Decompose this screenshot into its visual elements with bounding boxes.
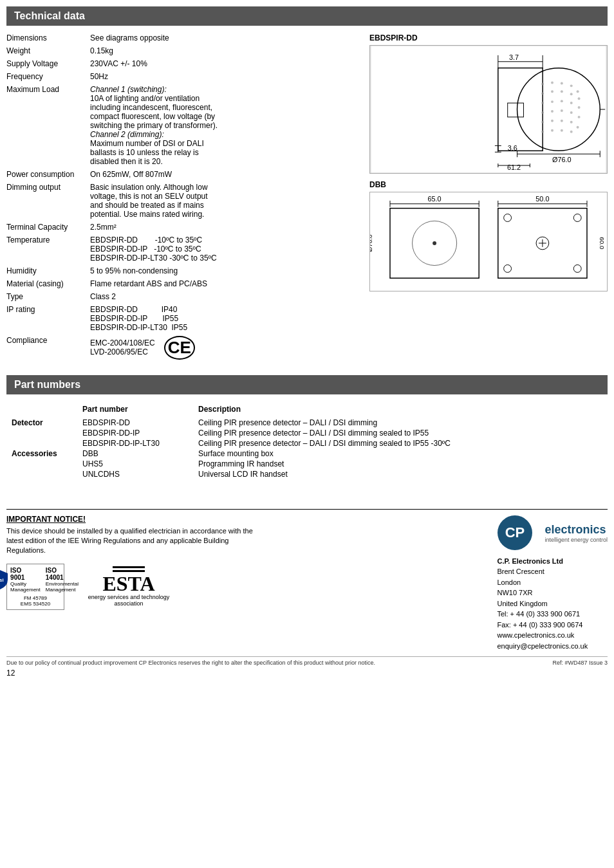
cp-logo-text: electronics	[544, 523, 606, 536]
footer-right: CP electronics intelligent energy contro…	[497, 515, 608, 652]
weight-label: Weight	[6, 46, 90, 55]
svg-point-31	[577, 126, 579, 129]
svg-text:3.6: 3.6	[508, 144, 517, 152]
svg-point-25	[570, 111, 573, 114]
cp-logo-brand: electronics intelligent energy control	[544, 523, 608, 543]
part-numbers-table: Part number Description Detector EBDSPIR…	[6, 403, 608, 479]
pn-col1-header	[6, 403, 77, 418]
temperature-row: Temperature EBDSPIR-DD -10ºC to 35ºC EBD…	[6, 235, 363, 263]
accessories-row-2: UHS5 Programming IR handset	[6, 459, 608, 469]
dimming-output-value: Basic insulation only. Although low volt…	[90, 183, 363, 219]
svg-rect-50	[371, 192, 606, 291]
humidity-row: Humidity 5 to 95% non-condensing	[6, 266, 363, 275]
svg-text:Ø76.0: Ø76.0	[552, 156, 572, 163]
svg-text:61.2: 61.2	[507, 163, 521, 171]
desc-ebdspir-dd-ip: Ceiling PIR presence detector – DALI / D…	[193, 428, 608, 438]
compliance-value: EMC-2004/108/ECLVD-2006/95/EC CE	[90, 336, 363, 360]
svg-text:65.0: 65.0	[428, 195, 442, 203]
diagram-dbb: 65.0 50.0 Ø76.0	[369, 192, 608, 291]
svg-point-34	[561, 129, 563, 132]
cp-company: C.P. Electronics Ltd	[497, 556, 608, 567]
cp-web: www.cpelectronics.co.uk	[497, 630, 608, 641]
weight-row: Weight 0.15kg	[6, 46, 363, 55]
svg-point-19	[561, 100, 563, 102]
svg-point-33	[551, 129, 554, 132]
svg-point-28	[551, 120, 554, 122]
desc-uhs5: Programming IR handset	[193, 459, 608, 469]
detector-row-3: EBDSPIR-DD-IP-LT30 Ceiling PIR presence …	[6, 438, 608, 448]
power-consumption-row: Power consumption On 625mW, Off 807mW	[6, 170, 363, 179]
svg-point-8	[551, 81, 554, 84]
svg-point-21	[578, 106, 581, 109]
weight-value: 0.15kg	[90, 46, 363, 55]
detector-row-1: Detector EBDSPIR-DD Ceiling PIR presence…	[6, 418, 608, 428]
ce-mark: CE	[164, 336, 195, 360]
frequency-row: Frequency 50Hz	[6, 72, 363, 81]
supply-voltage-label: Supply Voltage	[6, 59, 90, 68]
footer-content: IMPORTANT NOTICE! This device should be …	[6, 515, 608, 652]
pn-ebdspir-dd-ip: EBDSPIR-DD-IP	[77, 428, 193, 438]
disclaimer-text: Due to our policy of continual product i…	[6, 660, 375, 666]
desc-unlcdhs: Universal LCD IR handset	[193, 469, 608, 479]
svg-text:60.0: 60.0	[599, 237, 606, 250]
type-label: Type	[6, 292, 90, 301]
pn-col2-header: Part number	[77, 403, 193, 418]
cp-tel: Tel: + 44 (0) 333 900 0671	[497, 609, 608, 620]
svg-point-30	[570, 121, 573, 124]
svg-point-17	[541, 102, 544, 104]
pn-uhs5: UHS5	[77, 459, 193, 469]
svg-point-10	[570, 84, 573, 87]
esta-text: ESTA	[102, 573, 154, 594]
tech-specs-table: Dimensions See diagrams opposite Weight …	[6, 33, 363, 364]
compliance-row-data: Compliance EMC-2004/108/ECLVD-2006/95/EC…	[6, 336, 363, 360]
dimming-output-label: Dimming output	[6, 183, 90, 192]
supply-voltage-row: Supply Voltage 230VAC +/- 10%	[6, 59, 363, 68]
svg-point-13	[551, 90, 554, 93]
svg-point-26	[578, 116, 581, 118]
svg-point-29	[561, 120, 563, 122]
terminal-capacity-label: Terminal Capacity	[6, 223, 90, 232]
accessories-row-3: UNLCDHS Universal LCD IR handset	[6, 469, 608, 479]
page-number: 12	[6, 669, 608, 678]
tech-data-content: Dimensions See diagrams opposite Weight …	[6, 31, 608, 366]
dimensions-value: See diagrams opposite	[90, 33, 363, 42]
desc-dbb: Surface mounting box	[193, 448, 608, 459]
frequency-value: 50Hz	[90, 72, 363, 81]
cp-logo-circle: CP	[497, 515, 542, 552]
esta-subtitle: energy services and technology associati…	[77, 594, 180, 607]
cp-address3: NW10 7XR	[497, 587, 608, 598]
type-row: Type Class 2	[6, 292, 363, 301]
svg-text:Ø76.0: Ø76.0	[370, 234, 373, 252]
bsi-ems-number: EMS 534520	[21, 601, 50, 607]
svg-point-22	[541, 111, 544, 114]
footer-address: C.P. Electronics Ltd Brent Crescent Lond…	[497, 556, 608, 652]
bsi-iso-row: ISO 9001 QualityManagement ISO 14001 Env…	[10, 567, 79, 593]
supply-voltage-value: 230VAC +/- 10%	[90, 59, 363, 68]
max-load-row: Maximum Load Channel 1 (switching): 10A …	[6, 85, 363, 166]
svg-text:3.7: 3.7	[509, 53, 519, 61]
dbb-diagram-svg: 65.0 50.0 Ø76.0	[370, 192, 607, 291]
power-consumption-value: On 625mW, Off 807mW	[90, 170, 363, 179]
footer-left: IMPORTANT NOTICE! This device should be …	[6, 515, 264, 610]
ip-rating-row: IP rating EBDSPIR-DD IP40 EBDSPIR-DD-IP …	[6, 305, 363, 332]
technical-data-title: Technical data	[14, 10, 85, 21]
cp-address2: London	[497, 577, 608, 588]
terminal-capacity-row: Terminal Capacity 2.5mm²	[6, 223, 363, 232]
terminal-capacity-value: 2.5mm²	[90, 223, 363, 232]
technical-data-section: Technical data Dimensions See diagrams o…	[6, 6, 608, 366]
cp-logo: CP electronics intelligent energy contro…	[497, 515, 608, 552]
svg-point-9	[561, 82, 563, 84]
svg-text:50.0: 50.0	[535, 195, 549, 203]
dimming-output-row: Dimming output Basic insulation only. Al…	[6, 183, 363, 219]
bsi-logo-top: bsi ISO 9001 QualityManagement	[0, 567, 79, 593]
desc-ebdspir-dd: Ceiling PIR presence detector – DALI / D…	[193, 418, 608, 428]
frequency-label: Frequency	[6, 72, 90, 81]
dimensions-row: Dimensions See diagrams opposite	[6, 33, 363, 42]
part-numbers-title: Part numbers	[14, 379, 80, 390]
technical-data-header: Technical data	[6, 6, 608, 26]
ip-rating-value: EBDSPIR-DD IP40 EBDSPIR-DD-IP IP55 EBDSP…	[90, 305, 363, 332]
diagrams-panel: EBDSPIR-DD 3.7	[369, 33, 608, 364]
cp-logo-svg: CP	[497, 515, 542, 550]
type-value: Class 2	[90, 292, 363, 301]
max-load-value: Channel 1 (switching): 10A of lighting a…	[90, 85, 363, 166]
